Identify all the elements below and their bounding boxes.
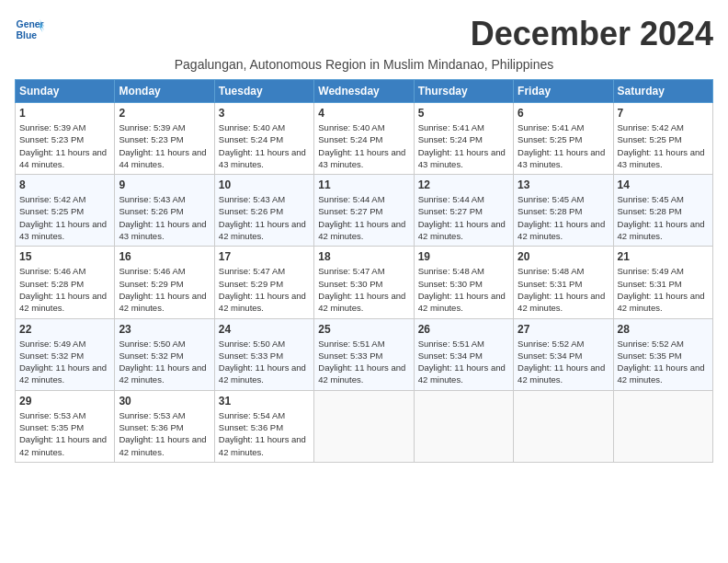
day-info: Sunrise: 5:43 AM Sunset: 5:26 PM Dayligh… [219, 193, 310, 242]
calendar-cell: 29 Sunrise: 5:53 AM Sunset: 5:35 PM Dayl… [16, 390, 115, 462]
column-header-friday: Friday [514, 80, 613, 103]
day-info: Sunrise: 5:41 AM Sunset: 5:25 PM Dayligh… [518, 121, 609, 170]
column-header-thursday: Thursday [414, 80, 513, 103]
column-header-monday: Monday [115, 80, 214, 103]
day-info: Sunrise: 5:41 AM Sunset: 5:24 PM Dayligh… [418, 121, 509, 170]
day-info: Sunrise: 5:54 AM Sunset: 5:36 PM Dayligh… [219, 409, 310, 458]
column-header-wednesday: Wednesday [314, 80, 414, 103]
calendar-week-5: 29 Sunrise: 5:53 AM Sunset: 5:35 PM Dayl… [16, 390, 713, 462]
day-number: 7 [618, 107, 709, 120]
calendar-cell: 5 Sunrise: 5:41 AM Sunset: 5:24 PM Dayli… [414, 103, 513, 175]
day-info: Sunrise: 5:44 AM Sunset: 5:27 PM Dayligh… [318, 193, 409, 242]
calendar-cell: 13 Sunrise: 5:45 AM Sunset: 5:28 PM Dayl… [514, 175, 613, 247]
day-info: Sunrise: 5:40 AM Sunset: 5:24 PM Dayligh… [219, 121, 310, 170]
day-info: Sunrise: 5:45 AM Sunset: 5:28 PM Dayligh… [618, 193, 709, 242]
calendar-cell: 26 Sunrise: 5:51 AM Sunset: 5:34 PM Dayl… [414, 318, 513, 390]
calendar-cell: 24 Sunrise: 5:50 AM Sunset: 5:33 PM Dayl… [214, 318, 313, 390]
month-title: December 2024 [471, 15, 713, 53]
day-info: Sunrise: 5:49 AM Sunset: 5:32 PM Dayligh… [19, 338, 110, 386]
column-header-sunday: Sunday [16, 80, 115, 103]
day-number: 27 [518, 323, 609, 336]
calendar-cell [514, 390, 613, 462]
day-info: Sunrise: 5:53 AM Sunset: 5:36 PM Dayligh… [119, 409, 210, 458]
calendar-cell: 14 Sunrise: 5:45 AM Sunset: 5:28 PM Dayl… [613, 175, 712, 247]
calendar-cell: 8 Sunrise: 5:42 AM Sunset: 5:25 PM Dayli… [16, 175, 115, 247]
subtitle: Pagalungan, Autonomous Region in Muslim … [15, 57, 713, 72]
day-info: Sunrise: 5:46 AM Sunset: 5:29 PM Dayligh… [119, 265, 210, 314]
column-header-tuesday: Tuesday [214, 80, 313, 103]
calendar-week-1: 1 Sunrise: 5:39 AM Sunset: 5:23 PM Dayli… [16, 103, 713, 175]
day-number: 8 [19, 178, 110, 191]
day-info: Sunrise: 5:48 AM Sunset: 5:31 PM Dayligh… [518, 265, 609, 314]
day-number: 15 [19, 250, 110, 263]
day-number: 6 [518, 107, 609, 120]
logo-icon: General Blue [15, 15, 44, 44]
day-number: 26 [418, 323, 509, 336]
calendar-week-2: 8 Sunrise: 5:42 AM Sunset: 5:25 PM Dayli… [16, 175, 713, 247]
calendar-cell: 7 Sunrise: 5:42 AM Sunset: 5:25 PM Dayli… [613, 103, 712, 175]
day-info: Sunrise: 5:44 AM Sunset: 5:27 PM Dayligh… [418, 193, 509, 242]
day-number: 25 [318, 323, 409, 336]
calendar-cell: 31 Sunrise: 5:54 AM Sunset: 5:36 PM Dayl… [214, 390, 313, 462]
calendar-cell [414, 390, 513, 462]
day-number: 13 [518, 178, 609, 191]
day-number: 18 [318, 250, 409, 263]
calendar-cell: 18 Sunrise: 5:47 AM Sunset: 5:30 PM Dayl… [314, 247, 414, 318]
header: General Blue December 2024 [15, 15, 713, 53]
calendar-table: SundayMondayTuesdayWednesdayThursdayFrid… [15, 79, 713, 463]
day-number: 24 [219, 323, 310, 336]
day-number: 11 [318, 178, 409, 191]
calendar-cell: 22 Sunrise: 5:49 AM Sunset: 5:32 PM Dayl… [16, 318, 115, 390]
calendar-cell: 10 Sunrise: 5:43 AM Sunset: 5:26 PM Dayl… [214, 175, 313, 247]
day-info: Sunrise: 5:47 AM Sunset: 5:29 PM Dayligh… [219, 265, 310, 314]
day-number: 20 [518, 250, 609, 263]
calendar-cell: 3 Sunrise: 5:40 AM Sunset: 5:24 PM Dayli… [214, 103, 313, 175]
day-number: 29 [19, 395, 110, 408]
calendar-cell: 12 Sunrise: 5:44 AM Sunset: 5:27 PM Dayl… [414, 175, 513, 247]
logo: General Blue [15, 15, 44, 44]
calendar-cell: 9 Sunrise: 5:43 AM Sunset: 5:26 PM Dayli… [115, 175, 214, 247]
day-info: Sunrise: 5:39 AM Sunset: 5:23 PM Dayligh… [19, 121, 110, 170]
calendar-cell: 4 Sunrise: 5:40 AM Sunset: 5:24 PM Dayli… [314, 103, 414, 175]
calendar-cell: 1 Sunrise: 5:39 AM Sunset: 5:23 PM Dayli… [16, 103, 115, 175]
day-number: 14 [618, 178, 709, 191]
calendar-cell: 28 Sunrise: 5:52 AM Sunset: 5:35 PM Dayl… [613, 318, 712, 390]
day-info: Sunrise: 5:50 AM Sunset: 5:33 PM Dayligh… [219, 338, 310, 386]
calendar-cell: 23 Sunrise: 5:50 AM Sunset: 5:32 PM Dayl… [115, 318, 214, 390]
day-info: Sunrise: 5:45 AM Sunset: 5:28 PM Dayligh… [518, 193, 609, 242]
calendar-header-row: SundayMondayTuesdayWednesdayThursdayFrid… [16, 80, 713, 103]
day-info: Sunrise: 5:40 AM Sunset: 5:24 PM Dayligh… [318, 121, 409, 170]
day-info: Sunrise: 5:51 AM Sunset: 5:34 PM Dayligh… [418, 338, 509, 386]
day-info: Sunrise: 5:42 AM Sunset: 5:25 PM Dayligh… [618, 121, 709, 170]
day-number: 9 [119, 178, 210, 191]
calendar-cell [314, 390, 414, 462]
day-info: Sunrise: 5:52 AM Sunset: 5:34 PM Dayligh… [518, 338, 609, 386]
day-number: 19 [418, 250, 509, 263]
day-number: 23 [119, 323, 210, 336]
calendar-cell: 15 Sunrise: 5:46 AM Sunset: 5:28 PM Dayl… [16, 247, 115, 318]
calendar-cell: 30 Sunrise: 5:53 AM Sunset: 5:36 PM Dayl… [115, 390, 214, 462]
day-number: 1 [19, 107, 110, 120]
calendar-week-3: 15 Sunrise: 5:46 AM Sunset: 5:28 PM Dayl… [16, 247, 713, 318]
calendar-cell: 27 Sunrise: 5:52 AM Sunset: 5:34 PM Dayl… [514, 318, 613, 390]
day-number: 17 [219, 250, 310, 263]
day-number: 12 [418, 178, 509, 191]
calendar-cell [613, 390, 712, 462]
day-number: 5 [418, 107, 509, 120]
day-number: 28 [618, 323, 709, 336]
day-info: Sunrise: 5:39 AM Sunset: 5:23 PM Dayligh… [119, 121, 210, 170]
calendar-cell: 21 Sunrise: 5:49 AM Sunset: 5:31 PM Dayl… [613, 247, 712, 318]
day-number: 21 [618, 250, 709, 263]
day-number: 10 [219, 178, 310, 191]
day-number: 4 [318, 107, 409, 120]
calendar-cell: 25 Sunrise: 5:51 AM Sunset: 5:33 PM Dayl… [314, 318, 414, 390]
calendar-cell: 11 Sunrise: 5:44 AM Sunset: 5:27 PM Dayl… [314, 175, 414, 247]
calendar-week-4: 22 Sunrise: 5:49 AM Sunset: 5:32 PM Dayl… [16, 318, 713, 390]
day-info: Sunrise: 5:43 AM Sunset: 5:26 PM Dayligh… [119, 193, 210, 242]
calendar-cell: 19 Sunrise: 5:48 AM Sunset: 5:30 PM Dayl… [414, 247, 513, 318]
calendar-cell: 2 Sunrise: 5:39 AM Sunset: 5:23 PM Dayli… [115, 103, 214, 175]
day-number: 22 [19, 323, 110, 336]
column-header-saturday: Saturday [613, 80, 712, 103]
day-info: Sunrise: 5:52 AM Sunset: 5:35 PM Dayligh… [618, 338, 709, 386]
day-number: 2 [119, 107, 210, 120]
